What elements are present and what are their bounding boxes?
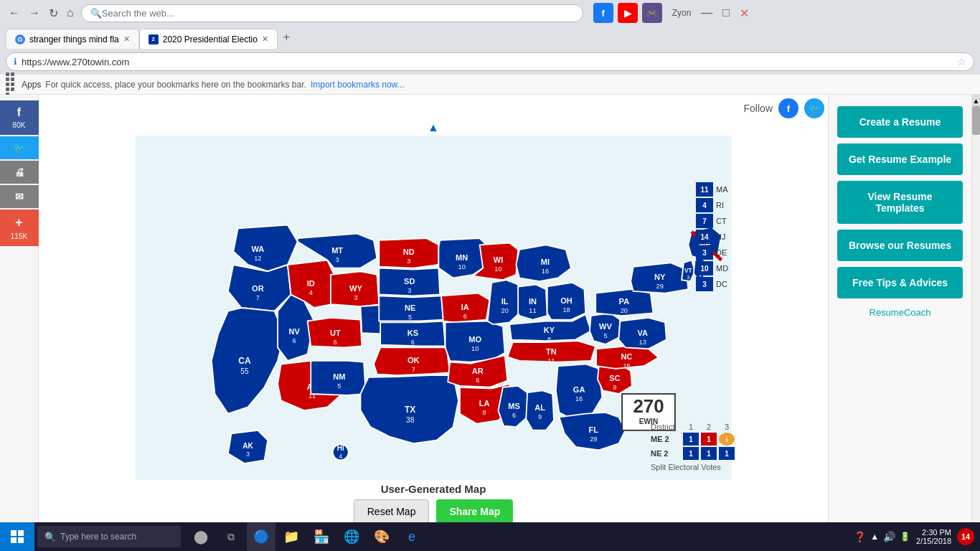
ne-state-label-de: DE <box>716 248 733 257</box>
ne-state-votes-dc: 3 <box>696 277 713 291</box>
scroll-up-button[interactable]: ▲ <box>972 95 980 106</box>
svg-text:WY: WY <box>349 284 362 293</box>
browse-resumes-button[interactable]: Browse our Resumes <box>837 230 963 261</box>
tab-270towin[interactable]: 2 2020 Presidential Electio ✕ <box>139 29 278 49</box>
browser-extensions: f ▶ 🎮 Zyon — □ ✕ <box>593 3 752 23</box>
facebook-count: 80K <box>13 121 26 129</box>
ne2-d1: 1 <box>683 447 699 460</box>
resume-coach-link[interactable]: ResumeCoach <box>837 307 963 318</box>
svg-text:VA: VA <box>637 329 648 337</box>
tray-help-icon[interactable]: ❓ <box>854 531 866 542</box>
ne-state-label-ct: CT <box>716 217 733 225</box>
scroll-thumb[interactable] <box>972 106 980 135</box>
main-content: f 80K 🐦 🖨 ✉ + 115K Follow f 🐦 ▲ <box>0 95 980 551</box>
url-bar[interactable]: ℹ https://www.270towin.com ☆ <box>6 52 974 71</box>
email-button[interactable]: ✉ <box>0 185 39 208</box>
tab-stranger-things[interactable]: G stranger things mind fla ✕ <box>6 29 139 49</box>
northeast-states-panel: 11 MA 4 RI 7 CT 14 NJ 3 DE <box>696 182 733 291</box>
follow-row: Follow f 🐦 <box>42 98 824 118</box>
tab-close-1[interactable]: ✕ <box>123 34 130 44</box>
svg-text:11: 11 <box>547 357 555 364</box>
ne-state-label-ma: MA <box>716 185 733 194</box>
svg-text:VT: VT <box>684 267 692 274</box>
taskbar-search[interactable]: 🔍 Type here to search <box>37 526 181 547</box>
tray-time: 2:30 PM <box>922 528 951 537</box>
follow-facebook-button[interactable]: f <box>778 98 798 118</box>
tray-date: 2/15/2018 <box>916 537 951 545</box>
lock-icon: ℹ <box>14 57 17 67</box>
svg-text:LA: LA <box>479 399 490 408</box>
svg-text:3: 3 <box>336 256 339 263</box>
forward-button[interactable]: → <box>26 5 43 21</box>
svg-text:PA: PA <box>619 297 630 306</box>
import-bookmarks-link[interactable]: Import bookmarks now... <box>311 80 405 90</box>
bookmark-icon[interactable]: ☆ <box>957 56 966 67</box>
minimize-button[interactable]: — <box>698 5 715 21</box>
free-tips-button[interactable]: Free Tips & Advices <box>837 267 963 298</box>
apps-grid-icon[interactable] <box>6 72 17 96</box>
taskbar-file-explorer[interactable]: 📁 <box>277 522 306 551</box>
svg-text:MO: MO <box>468 335 481 344</box>
home-button[interactable]: ⌂ <box>64 5 77 21</box>
taskbar-chrome[interactable]: 🔵 <box>247 522 275 551</box>
taskbar-chrome-2[interactable]: 🌐 <box>337 522 366 551</box>
omnibox[interactable]: 🔍 <box>81 4 583 22</box>
ne2-label: NE 2 <box>651 449 681 458</box>
user-profile-button[interactable]: Zyon <box>669 6 694 19</box>
bookmarks-hint: For quick access, place your bookmarks h… <box>45 80 306 90</box>
tray-network-icon[interactable]: ▲ <box>870 532 879 542</box>
facebook-extension[interactable]: f <box>593 3 613 23</box>
district-col-3: 3 <box>719 423 735 431</box>
get-resume-example-button[interactable]: Get Resume Example <box>837 143 963 175</box>
bookmarks-bar: Apps For quick access, place your bookma… <box>0 75 980 95</box>
tray-volume-icon[interactable]: 🔊 <box>883 531 895 542</box>
view-resume-templates-button[interactable]: View Resume Templates <box>837 181 963 224</box>
svg-text:4: 4 <box>339 453 342 460</box>
share-map-button[interactable]: Share Map <box>436 499 513 524</box>
apps-label[interactable]: Apps <box>22 80 41 90</box>
svg-text:AK: AK <box>242 442 253 450</box>
tray-clock[interactable]: 2:30 PM 2/15/2018 <box>916 528 951 545</box>
electoral-map-svg[interactable]: WA 12 OR 7 CA 55 NV 6 ID 4 <box>132 136 735 480</box>
svg-text:20: 20 <box>621 307 628 314</box>
taskbar-task-view[interactable]: ⧉ <box>217 522 245 551</box>
svg-text:5: 5 <box>603 332 607 339</box>
me2-info[interactable]: i <box>719 433 735 446</box>
maximize-button[interactable]: □ <box>720 5 732 21</box>
electoral-map-container: WA 12 OR 7 CA 55 NV 6 ID 4 <box>132 136 735 480</box>
svg-text:CA: CA <box>238 356 251 366</box>
svg-text:SC: SC <box>609 374 620 382</box>
twitter-share-button[interactable]: 🐦 <box>0 136 39 159</box>
ne-state-votes-de: 3 <box>696 245 713 260</box>
plus-share-button[interactable]: + 115K <box>0 209 39 246</box>
back-button[interactable]: ← <box>6 5 23 21</box>
svg-text:9: 9 <box>538 413 542 420</box>
taskbar-store[interactable]: 🏪 <box>307 522 336 551</box>
svg-text:SD: SD <box>404 277 415 286</box>
create-resume-button[interactable]: Create a Resume <box>837 106 963 138</box>
svg-text:HI: HI <box>337 444 344 452</box>
svg-text:FL: FL <box>589 425 599 434</box>
taskbar-cortana[interactable]: ⬤ <box>187 522 215 551</box>
tab-favicon-1: G <box>15 34 25 44</box>
page-scrollbar[interactable]: ▲ ▼ <box>971 95 980 551</box>
start-button[interactable] <box>0 522 34 551</box>
facebook-share-button[interactable]: f 80K <box>0 100 39 135</box>
taskbar-paint[interactable]: 🎨 <box>367 522 396 551</box>
svg-text:6: 6 <box>411 339 415 346</box>
search-input[interactable] <box>102 8 574 19</box>
taskbar-ie[interactable]: e <box>397 522 426 551</box>
print-button[interactable]: 🖨 <box>0 161 39 184</box>
reload-button[interactable]: ↻ <box>46 5 61 22</box>
reset-map-button[interactable]: Reset Map <box>354 499 430 524</box>
svg-text:11: 11 <box>529 307 536 314</box>
notification-badge[interactable]: 14 <box>957 528 974 545</box>
ne2-d3: 1 <box>719 447 735 460</box>
follow-twitter-button[interactable]: 🐦 <box>804 98 824 118</box>
windows-taskbar: 🔍 Type here to search ⬤ ⧉ 🔵 📁 🏪 🌐 🎨 e ❓ <box>0 522 980 551</box>
tab-close-2[interactable]: ✕ <box>262 34 268 44</box>
new-tab-button[interactable]: + <box>278 28 296 47</box>
youtube-extension[interactable]: ▶ <box>618 3 638 23</box>
close-browser-button[interactable]: ✕ <box>737 5 752 22</box>
game-extension[interactable]: 🎮 <box>642 3 662 23</box>
